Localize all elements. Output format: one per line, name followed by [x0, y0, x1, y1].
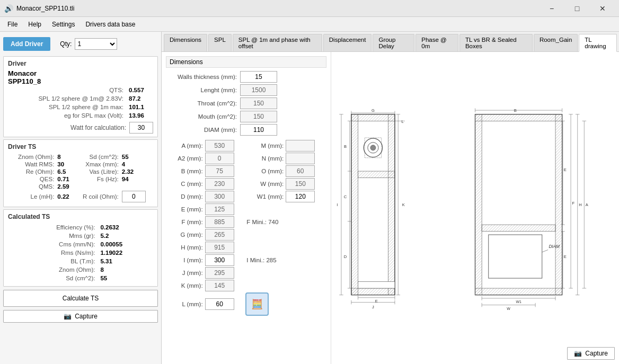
- param-row-h: H (mm):: [167, 242, 325, 253]
- qty-row: Qty: 1234: [60, 38, 117, 50]
- d-input: [205, 191, 234, 202]
- capture-button-left[interactable]: 📷 Capture: [3, 310, 158, 323]
- diam-input[interactable]: [240, 124, 277, 136]
- calculate-ts-button[interactable]: Calculate TS: [3, 290, 158, 307]
- length-input: [240, 84, 277, 96]
- driver-ts-section: Driver TS Znom (Ohm): 8 Sd (cm^2): 55 Wa…: [3, 139, 158, 207]
- n-input: [286, 153, 315, 164]
- param-row-a2-n: A2 (mm): N (mm):: [167, 153, 325, 164]
- right-panel: Dimensions SPL SPL @ 1m and phase with o…: [162, 32, 619, 364]
- ts-row-re: Re (Ohm): 6.5 Vas (Litre): 2.32: [9, 168, 152, 175]
- m-input: [286, 140, 315, 152]
- dim-diam-row: DIAM (mm):: [166, 124, 326, 136]
- label-g: G: [372, 108, 375, 113]
- tab-displacement[interactable]: Displacement: [323, 34, 372, 51]
- tab-spl[interactable]: SPL: [208, 34, 232, 51]
- right-box-shelf: [482, 225, 555, 232]
- inner-box-right: [489, 235, 542, 278]
- calculate-icon-button[interactable]: 🧮: [245, 292, 269, 316]
- right-box-bottom-wall: [475, 288, 562, 295]
- tab-tl-br[interactable]: TL vs BR & Sealed Boxes: [459, 34, 533, 51]
- tab-tl-drawing[interactable]: TL drawing: [579, 34, 617, 52]
- label-a-right: A: [586, 202, 589, 207]
- right-box-top-wall: [475, 114, 562, 121]
- label-e-right-top: E: [564, 167, 567, 172]
- label-diam: DIAM: [549, 244, 560, 249]
- internal-divider: [358, 171, 395, 178]
- ts-table: Znom (Ohm): 8 Sd (cm^2): 55 Watt RMS: 30…: [8, 153, 153, 203]
- tab-room-gain[interactable]: Room_Gain: [534, 34, 578, 51]
- menu-drivers-db[interactable]: Drivers data base: [80, 19, 140, 30]
- tab-spl-phase[interactable]: SPL @ 1m and phase with offset: [233, 34, 322, 51]
- dim-length-row: Lenght (mm):: [166, 84, 326, 96]
- tl-drawing-svg: G L B: [331, 52, 619, 364]
- param-row-d-w1: D (mm): W1 (mm):: [167, 191, 325, 202]
- tab-phase[interactable]: Phase @ 0m: [415, 34, 458, 51]
- ts-row-qes: QES: 0.71 Fs (Hz): 94: [9, 176, 152, 182]
- param-row-spl2: SPL 1/2 sphere @ 1m max: 101.1: [9, 103, 152, 111]
- param-row-e: E (mm):: [167, 203, 325, 215]
- driver-name1: Monacor: [8, 69, 153, 77]
- watt-input[interactable]: [129, 122, 153, 134]
- walls-thickness-input[interactable]: [240, 71, 277, 83]
- label-l: L: [402, 119, 404, 124]
- label-i: I: [337, 202, 338, 207]
- label-k: K: [402, 202, 405, 207]
- b-input: [205, 165, 234, 177]
- menu-help[interactable]: Help: [23, 19, 47, 30]
- calc-table: Efficiency (%): 0.2632 Mms (gr): 5.2 Cms…: [8, 223, 153, 283]
- param-row-b-o: B (mm): O (mm):: [167, 165, 325, 177]
- camera-icon-right: 📷: [574, 350, 582, 357]
- tab-bar: Dimensions SPL SPL @ 1m and phase with o…: [162, 32, 619, 52]
- calc-row-sd: Sd (cm^2): 55: [9, 274, 152, 282]
- add-driver-button[interactable]: Add Driver: [3, 37, 50, 51]
- i-input[interactable]: [205, 254, 234, 266]
- calc-row-mms: Mms (gr): 5.2: [9, 232, 152, 239]
- dim-throat-row: Throat (cm^2):: [166, 97, 326, 109]
- title-bar-controls: − □ ✕: [540, 0, 615, 17]
- w-input: [286, 178, 315, 190]
- capture-button-right[interactable]: 📷 Capture: [567, 347, 615, 360]
- right-wall: [388, 114, 395, 295]
- calculated-ts-section: Calculated TS Efficiency (%): 0.2632 Mms…: [3, 209, 158, 287]
- param-row-spl1: SPL 1/2 sphere @ 1m@ 2.83V: 87.2: [9, 95, 152, 102]
- top-controls: Add Driver Qty: 1234: [3, 35, 158, 54]
- w1-input[interactable]: [286, 191, 315, 202]
- param-row-eg: eg for SPL max (Volt): 13.96: [9, 112, 152, 119]
- calc-row-cms: Cms (mm/N): 0.00055: [9, 241, 152, 248]
- param-row-l: L (mm): 🧮: [167, 292, 325, 316]
- driver-section-title: Driver: [8, 60, 153, 67]
- f-input: [205, 216, 234, 228]
- left-wall: [351, 114, 358, 295]
- h-input: [205, 242, 234, 253]
- right-box-right-wall: [555, 114, 562, 295]
- menu-settings[interactable]: Settings: [47, 19, 80, 30]
- top-wall: [351, 114, 395, 121]
- tab-dimensions[interactable]: Dimensions: [164, 34, 207, 51]
- calc-row-efficiency: Efficiency (%): 0.2632: [9, 224, 152, 231]
- calc-row-znom: Znom (Ohm): 8: [9, 266, 152, 273]
- r-coil-input[interactable]: [122, 191, 146, 202]
- app-icon: 🔊: [4, 4, 13, 13]
- label-e-right-bottom: E: [564, 254, 567, 259]
- label-w: W: [507, 307, 510, 310]
- calc-ts-title: Calculated TS: [8, 213, 153, 220]
- minimize-button[interactable]: −: [540, 0, 564, 17]
- close-button[interactable]: ✕: [590, 0, 615, 17]
- camera-icon: 📷: [64, 313, 72, 320]
- title-bar-text: Monacor_SPP110.tli: [16, 5, 74, 12]
- menu-file[interactable]: File: [2, 19, 23, 30]
- ts-row-le: Le (mH): 0.22 R coil (Ohm):: [9, 191, 152, 202]
- driver-name2: SPP110_8: [8, 77, 153, 85]
- maximize-button[interactable]: □: [565, 0, 589, 17]
- tab-group-delay[interactable]: Group Delay: [373, 34, 414, 51]
- a-input: [205, 140, 234, 152]
- ts-row-qms: QMS: 2.59: [9, 183, 152, 190]
- qty-select[interactable]: 1234: [75, 38, 117, 50]
- l-input[interactable]: [205, 298, 234, 310]
- bottom-wall: [351, 288, 395, 295]
- calc-row-bl: BL (T.m): 5.31: [9, 258, 152, 265]
- param-row-qts: QTS: 0.557: [9, 86, 152, 94]
- content-area: Dimensions Walls thickness (mm): Lenght …: [162, 52, 619, 364]
- ts-row-znom: Znom (Ohm): 8 Sd (cm^2): 55: [9, 154, 152, 160]
